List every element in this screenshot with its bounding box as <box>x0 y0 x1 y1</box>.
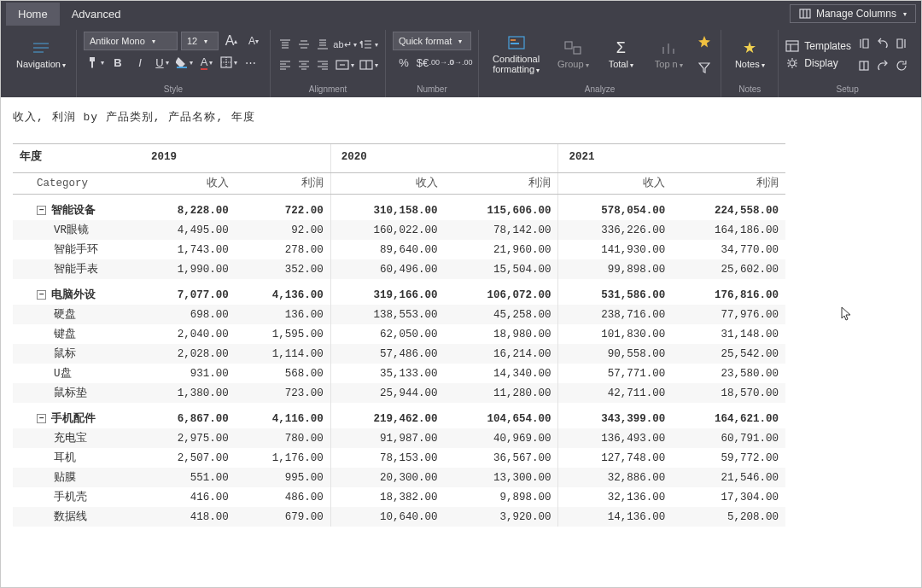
cell[interactable]: 176,816.00 <box>672 279 785 305</box>
decrease-font-button[interactable]: A▾ <box>244 32 263 49</box>
align-left-button[interactable] <box>277 56 293 73</box>
italic-button[interactable]: I <box>131 54 149 71</box>
cell[interactable]: 2,975.00 <box>141 428 236 448</box>
cell[interactable]: 42,711.00 <box>558 383 672 403</box>
cell[interactable]: 35,133.00 <box>330 364 444 383</box>
cell[interactable]: 2,028.00 <box>141 344 236 364</box>
cell[interactable]: 18,980.00 <box>445 324 558 344</box>
metric-header[interactable]: 利润 <box>236 173 331 195</box>
row-label[interactable]: U盘 <box>13 364 141 383</box>
cell[interactable]: 995.00 <box>236 468 331 487</box>
cell[interactable]: 416.00 <box>141 487 236 507</box>
cell[interactable]: 90,558.00 <box>558 344 672 364</box>
align-middle-button[interactable] <box>296 36 312 53</box>
row-label[interactable]: 智能手表 <box>13 259 141 279</box>
metric-header[interactable]: 利润 <box>445 173 558 195</box>
cell[interactable]: 89,640.00 <box>330 240 444 259</box>
align-top-button[interactable] <box>277 36 293 53</box>
pivot-table[interactable]: 年度201920202021Category收入利润收入利润收入利润 −智能设备… <box>13 143 785 527</box>
cell[interactable]: 101,830.00 <box>558 324 672 344</box>
cell[interactable]: 3,920.00 <box>445 507 558 527</box>
conditional-formatting-button[interactable]: Conditional formatting▾ <box>486 32 546 78</box>
cell[interactable]: 2,507.00 <box>141 448 236 468</box>
row-label[interactable]: 数据线 <box>13 507 141 527</box>
cell[interactable]: 352.00 <box>236 259 331 279</box>
cell[interactable]: 238,716.00 <box>558 305 672 324</box>
cell[interactable]: 278.00 <box>236 240 331 259</box>
cell[interactable]: 141,930.00 <box>558 240 672 259</box>
notes-button[interactable]: ★ Notes▾ <box>728 37 771 73</box>
collapse-icon[interactable]: − <box>37 290 46 300</box>
table-row[interactable]: U盘931.00568.0035,133.0014,340.0057,771.0… <box>13 364 785 383</box>
table-row[interactable]: 耳机2,507.001,176.0078,153.0036,567.00127,… <box>13 448 785 468</box>
cell[interactable]: 77,976.00 <box>672 305 785 324</box>
cell[interactable]: 25,602.00 <box>672 259 785 279</box>
tab-home[interactable]: Home <box>6 3 60 26</box>
templates-button[interactable]: Templates <box>785 40 851 52</box>
cell[interactable]: 1,114.00 <box>236 344 331 364</box>
row-label[interactable]: 智能手环 <box>13 240 141 259</box>
total-button[interactable]: Σ Total▾ <box>599 37 642 73</box>
manage-columns-button[interactable]: Manage Columns ▾ <box>790 4 916 23</box>
cell[interactable]: 60,791.00 <box>672 428 785 448</box>
metric-header[interactable]: 收入 <box>330 173 444 195</box>
cell[interactable]: 418.00 <box>141 507 236 527</box>
cell[interactable]: 57,486.00 <box>330 344 444 364</box>
row-label[interactable]: 鼠标垫 <box>13 383 141 403</box>
row-label[interactable]: 鼠标 <box>13 344 141 364</box>
cell[interactable]: 115,606.00 <box>445 195 558 221</box>
table-row[interactable]: 鼠标垫1,380.00723.0025,944.0011,280.0042,71… <box>13 383 785 403</box>
font-name-select[interactable]: Antikor Mono▾ <box>84 32 178 50</box>
page-last-button[interactable] <box>894 35 909 52</box>
cell[interactable]: 568.00 <box>236 364 331 383</box>
cell[interactable]: 160,022.00 <box>330 220 444 240</box>
align-center-button[interactable] <box>296 56 312 73</box>
cell[interactable]: 164,186.00 <box>672 220 785 240</box>
fill-color-button[interactable]: ▾ <box>175 54 194 71</box>
cell[interactable]: 11,280.00 <box>445 383 558 403</box>
table-row[interactable]: 键盘2,040.001,595.0062,050.0018,980.00101,… <box>13 324 785 344</box>
quick-format-select[interactable]: Quick format▾ <box>393 32 471 50</box>
row-label[interactable]: 键盘 <box>13 324 141 344</box>
cell[interactable]: 59,772.00 <box>672 448 785 468</box>
cell[interactable]: 4,136.00 <box>236 279 331 305</box>
cell[interactable]: 931.00 <box>141 364 236 383</box>
cell[interactable]: 16,214.00 <box>445 344 558 364</box>
cell[interactable]: 25,944.00 <box>330 383 444 403</box>
indent-button[interactable]: ▾ <box>359 56 378 73</box>
cell[interactable]: 40,969.00 <box>445 428 558 448</box>
year-label-header[interactable]: 年度 <box>13 144 141 173</box>
percent-button[interactable]: % <box>396 54 411 71</box>
category-row[interactable]: −电脑外设7,077.004,136.00319,166.00106,072.0… <box>13 279 785 305</box>
cell[interactable]: 164,621.00 <box>672 403 785 428</box>
cell[interactable]: 104,654.00 <box>445 403 558 428</box>
year-header[interactable]: 2019 <box>141 144 330 173</box>
cell[interactable]: 36,567.00 <box>445 448 558 468</box>
year-header[interactable]: 2021 <box>558 144 785 173</box>
cell[interactable]: 1,743.00 <box>141 240 236 259</box>
cell[interactable]: 23,580.00 <box>672 364 785 383</box>
metric-header[interactable]: 收入 <box>141 173 236 195</box>
table-row[interactable]: VR眼镜4,495.0092.00160,022.0078,142.00336,… <box>13 220 785 240</box>
cell[interactable]: 4,495.00 <box>141 220 236 240</box>
decrease-decimal-button[interactable]: .0→.00 <box>452 54 468 71</box>
cell[interactable]: 32,136.00 <box>558 487 672 507</box>
cell[interactable]: 336,226.00 <box>558 220 672 240</box>
navigation-button[interactable]: Navigation▾ <box>13 37 69 73</box>
year-header[interactable]: 2020 <box>330 144 558 173</box>
category-row[interactable]: −智能设备8,228.00722.00310,158.00115,606.005… <box>13 195 785 221</box>
cell[interactable]: 20,300.00 <box>330 468 444 487</box>
cell[interactable]: 698.00 <box>141 305 236 324</box>
font-color-button[interactable]: A▾ <box>197 54 216 71</box>
cell[interactable]: 25,542.00 <box>672 344 785 364</box>
underline-button[interactable]: U▾ <box>153 54 172 71</box>
cell[interactable]: 7,077.00 <box>141 279 236 305</box>
cell[interactable]: 224,558.00 <box>672 195 785 221</box>
cell[interactable]: 551.00 <box>141 468 236 487</box>
metric-header[interactable]: 收入 <box>558 173 672 195</box>
cell[interactable]: 106,072.00 <box>445 279 558 305</box>
cell[interactable]: 6,867.00 <box>141 403 236 428</box>
cell[interactable]: 5,208.00 <box>672 507 785 527</box>
merge-button[interactable]: ▾ <box>336 56 354 73</box>
cell[interactable]: 310,158.00 <box>330 195 444 221</box>
